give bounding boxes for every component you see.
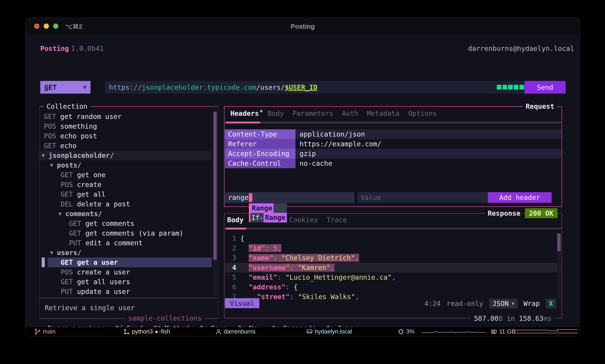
collection-scrollbar[interactable] (213, 112, 217, 296)
collection-footer-label: sample-collections (125, 314, 204, 323)
response-scrollbar[interactable] (557, 234, 561, 301)
collection-request[interactable]: GETget comments (via param) (40, 228, 212, 238)
collection-request[interactable]: GETget a user (48, 258, 212, 267)
header-row[interactable]: Accept-Encodinggzip (225, 149, 561, 158)
header-row[interactable]: Content-Typeapplication/json (225, 129, 561, 139)
collection-dir[interactable]: ▼posts/ (40, 160, 212, 170)
collection-request[interactable]: GETget all users (40, 277, 212, 287)
url-separator: :// (129, 83, 142, 91)
wrap-toggle[interactable]: X (546, 299, 556, 308)
header-row[interactable]: Refererhttps://example.com/ (225, 139, 561, 149)
request-method: PUT (61, 287, 73, 296)
line-number: 2 (225, 244, 236, 252)
collection-request[interactable]: GETget random user (40, 112, 212, 121)
header-value-input[interactable]: Value (358, 192, 488, 203)
request-description: Retrieve a single user (45, 304, 134, 312)
url-input[interactable]: https://jsonplaceholder.typicode.com/use… (105, 81, 539, 94)
collection-request[interactable]: DELdelete a post (40, 199, 212, 209)
format-label: JSON (492, 299, 509, 308)
code-line: 2"id": 5, (225, 243, 561, 253)
header-name-input[interactable]: range (225, 192, 354, 203)
response-body-editor[interactable]: 1{2"id": 5,3"name": "Chelsey Dietrich",4… (225, 234, 561, 302)
method-select[interactable]: GET ▼ (40, 81, 91, 94)
cpu-item: 3% (398, 328, 415, 335)
response-status-badge: 200 OK (525, 208, 557, 218)
dir-name: comments/ (65, 210, 102, 218)
collection-tree[interactable]: GETget random userPOSsomethingPOSecho po… (40, 112, 212, 296)
collection-request[interactable]: GETget one (40, 170, 212, 180)
expanded-caret-icon: ▼ (50, 162, 53, 169)
collection-dir[interactable]: ▼users/ (40, 248, 212, 258)
request-name: get one (77, 171, 106, 179)
header-name: Content-Type (225, 129, 296, 139)
request-method: POS (44, 132, 56, 140)
titlebar[interactable]: ⌥⌘2 Posting (26, 18, 580, 35)
trace-block (514, 85, 518, 90)
collection-request[interactable]: POSsomething (40, 121, 212, 131)
unsaved-dot-icon (260, 110, 262, 112)
collection-request[interactable]: POScreate a user (40, 267, 212, 277)
collection-request[interactable]: GETecho (40, 141, 212, 151)
collection-request[interactable]: PUTupdate a user (40, 287, 212, 296)
request-tabs[interactable]: HeadersBodyParametersAuthMetadataOptions (230, 109, 437, 117)
code-line: 3"name": "Chelsey Dietrich", (225, 253, 561, 263)
autocomplete-option[interactable]: Range (250, 203, 287, 213)
tab-auth[interactable]: Auth (342, 109, 358, 117)
app-name: Posting (40, 45, 69, 52)
git-branch-icon (34, 328, 41, 335)
trace-block (497, 85, 501, 90)
tab-parameters[interactable]: Parameters (293, 109, 334, 117)
response-panel-title: Response (485, 209, 523, 218)
tab-body[interactable]: Body (268, 109, 284, 117)
cursor-position: 4:24 (424, 299, 441, 308)
add-header-button[interactable]: Add header (488, 192, 551, 203)
autocomplete-option[interactable]: If-Range (250, 213, 287, 222)
process-label: python3 ◂ -fish (132, 328, 170, 335)
request-name: delete a post (77, 200, 130, 208)
window-title: Posting (26, 23, 580, 30)
request-name: get all users (77, 278, 130, 286)
request-method: GET (61, 278, 73, 286)
header-row[interactable]: Cache-Controlno-cache (225, 158, 561, 168)
status-bar: main python3 ◂ -fish darrenburns (26, 327, 580, 336)
response-tabs[interactable]: BodyHeadersCookiesTrace (227, 216, 347, 224)
tab-metadata[interactable]: Metadata (367, 109, 400, 117)
collection-request[interactable]: POSecho post (40, 131, 212, 141)
collection-dir[interactable]: ▼jsonplaceholder/ (40, 151, 212, 160)
collection-request[interactable]: GETget all (40, 189, 212, 199)
url-scheme: https (109, 83, 129, 91)
request-headers-table[interactable]: Content-Typeapplication/jsonRefererhttps… (225, 129, 561, 168)
trace-block (502, 85, 507, 90)
url-host: jsonplaceholder.typicode.com (142, 83, 256, 91)
collection-scrollbar-thumb[interactable] (213, 112, 217, 260)
format-dropdown[interactable]: JSON ▼ (489, 299, 518, 308)
header-autocomplete-dropdown[interactable]: RangeIf-Range (249, 203, 287, 222)
request-method: POS (61, 181, 73, 189)
request-method: DEL (61, 200, 73, 208)
dir-name: jsonplaceholder/ (48, 152, 114, 159)
user-label: darrenburns (224, 328, 255, 335)
tab-headers[interactable]: Headers (230, 109, 259, 117)
tab-body[interactable]: Body (227, 216, 243, 224)
collection-request[interactable]: POScreate (40, 180, 212, 189)
collection-request[interactable]: PUTedit a comment (40, 238, 212, 248)
url-path: /users/ (256, 83, 285, 91)
collection-dir[interactable]: ▼comments/ (40, 209, 212, 219)
method-label: GET (44, 83, 56, 91)
ram-icon (491, 328, 497, 335)
dir-name: users/ (57, 249, 81, 257)
wrap-label: Wrap (524, 299, 540, 308)
tab-trace[interactable]: Trace (326, 216, 347, 224)
request-name: edit a comment (85, 239, 143, 247)
tab-options[interactable]: Options (408, 109, 437, 117)
response-scrollbar-thumb[interactable] (557, 234, 561, 251)
collection-request[interactable]: GETget comments (40, 219, 212, 228)
request-name: something (60, 122, 97, 130)
line-number: 1 (225, 234, 236, 242)
ram-label: 11 GB (499, 328, 515, 335)
request-name: get comments (85, 220, 134, 227)
expanded-caret-icon: ▼ (50, 250, 53, 256)
tab-cookies[interactable]: Cookies (289, 216, 318, 224)
header-name: Accept-Encoding (225, 149, 296, 158)
send-button[interactable]: Send (524, 81, 566, 94)
